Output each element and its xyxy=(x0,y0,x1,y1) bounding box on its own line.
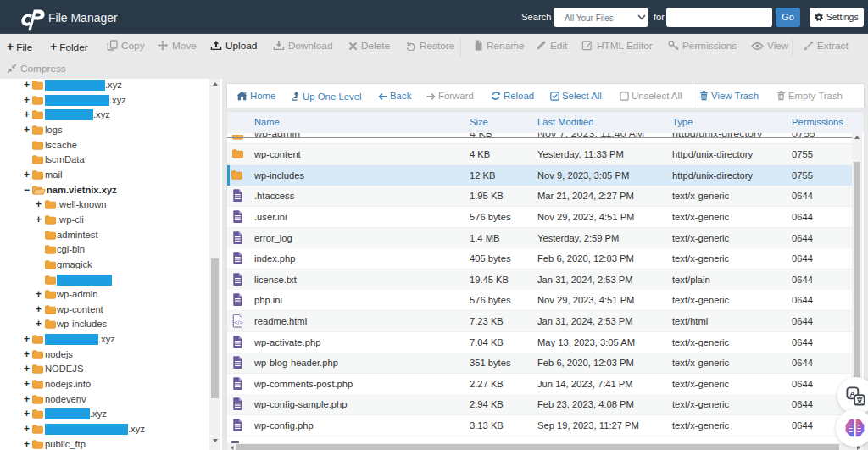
svg-text:</>: </> xyxy=(234,319,242,326)
